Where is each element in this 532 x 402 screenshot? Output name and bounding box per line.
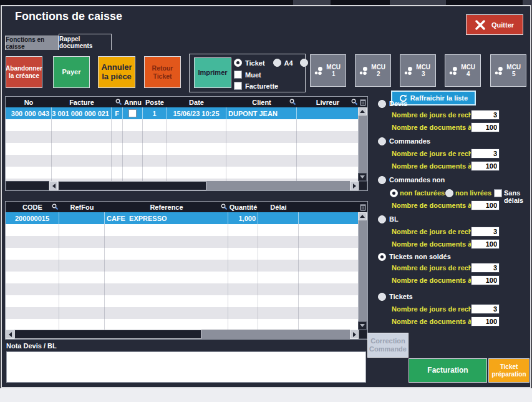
column-header: Date: [189, 99, 204, 106]
scroll-right-button[interactable]: [350, 181, 359, 190]
scroll-right-button[interactable]: [350, 330, 359, 339]
devis-days-input[interactable]: [471, 110, 500, 120]
column-search-icon[interactable]: [351, 99, 358, 105]
nota-label: Nota Devis / BL: [6, 342, 57, 350]
facturation-button[interactable]: Facturation: [409, 358, 487, 383]
table-row-empty[interactable]: [6, 248, 359, 260]
mcu-4-button[interactable]: MCU 4: [445, 54, 481, 87]
lines-vertical-scrollbar[interactable]: [358, 212, 367, 330]
radio-commandes[interactable]: [378, 137, 386, 145]
pay-button[interactable]: Payer: [53, 56, 90, 88]
mcu-5-button[interactable]: MCU 5: [490, 54, 526, 87]
button-label: MCU 5: [505, 64, 522, 77]
table-row-empty[interactable]: [6, 260, 359, 272]
commandes-docs-input[interactable]: [471, 161, 500, 171]
checkbox-sans-delais[interactable]: [494, 189, 502, 197]
clear-list-icon[interactable]: [360, 99, 366, 106]
mcu-2-button[interactable]: MCU 2: [355, 54, 391, 87]
nota-textarea[interactable]: [6, 351, 366, 383]
documents-horizontal-scrollbar[interactable]: [6, 181, 359, 190]
table-row-empty[interactable]: [6, 236, 359, 248]
scrollbar-thumb[interactable]: [58, 181, 206, 190]
button-label: Facturation: [427, 366, 468, 375]
devis-docs-input[interactable]: [471, 122, 500, 132]
return-ticket-button[interactable]: Retour Ticket: [144, 56, 181, 88]
clear-list-icon[interactable]: [360, 203, 366, 211]
bl-days-input[interactable]: [471, 227, 500, 237]
documents-table-header: No Facture Annu Poste Date Client: [6, 97, 367, 107]
radio-non-livrees[interactable]: [445, 189, 453, 197]
column-search-icon[interactable]: [289, 99, 296, 105]
column-search-icon[interactable]: [52, 203, 59, 210]
table-row-empty[interactable]: [6, 224, 359, 236]
documents-vertical-scrollbar[interactable]: [358, 107, 367, 181]
annu-checkbox[interactable]: [128, 109, 137, 117]
documents-table: No Facture Annu Poste Date Client: [5, 96, 368, 191]
mcu-3-button[interactable]: MCU 3: [400, 54, 436, 87]
tab-fonctions-en-caisse[interactable]: Fonctions en caisse: [5, 36, 59, 50]
tab-rappel-documents[interactable]: Rappel documents: [59, 34, 112, 50]
radio-tickets[interactable]: [378, 293, 386, 301]
radio-tickets-non-soldes[interactable]: [378, 253, 386, 261]
button-label: MCU 4: [460, 64, 476, 77]
scroll-down-button[interactable]: [358, 173, 367, 181]
cancel-piece-button[interactable]: Annuler la pièce: [98, 56, 135, 88]
radio-format-a5[interactable]: [300, 59, 308, 67]
bl-docs-input[interactable]: [471, 239, 500, 249]
scrollbar-thumb[interactable]: [14, 330, 201, 339]
column-search-icon[interactable]: [115, 99, 122, 105]
commandes-non-docs-input[interactable]: [471, 200, 500, 210]
radio-format-ticket[interactable]: [234, 59, 242, 67]
correction-commande-button[interactable]: Correction Commande: [367, 333, 409, 358]
table-row-empty[interactable]: [6, 319, 359, 330]
button-label: Raffraichir la liste: [410, 94, 468, 102]
documents-table-body: 300 000 043 003 001 000 000 021 F 1 15/0…: [6, 107, 359, 181]
radio-format-a4[interactable]: [273, 59, 281, 67]
cell-no: 300 000 043: [11, 110, 49, 117]
radio-devis[interactable]: [378, 100, 386, 108]
ticket-preparation-button[interactable]: Ticket préparation: [488, 358, 530, 383]
table-row-empty[interactable]: [6, 131, 359, 143]
table-row-empty[interactable]: [6, 143, 359, 155]
tickets-docs-input[interactable]: [471, 316, 500, 326]
table-row-empty[interactable]: [6, 119, 359, 131]
group-dots-icon: [359, 66, 369, 76]
radio-label: A4: [284, 59, 293, 67]
cell-reference: CAFE EXPRESSO: [107, 215, 167, 222]
table-row-empty[interactable]: [6, 283, 359, 295]
lines-horizontal-scrollbar[interactable]: [6, 330, 359, 339]
cell-flag: F: [115, 110, 119, 117]
table-row-selected[interactable]: 200000015 CAFE EXPRESSO 1,000: [6, 212, 359, 224]
quit-label: Quitter: [491, 21, 514, 29]
checkbox-label: Muet: [245, 71, 261, 79]
tickets-ns-docs-input[interactable]: [471, 275, 500, 285]
table-row-empty[interactable]: [6, 155, 359, 167]
tickets-days-input[interactable]: [471, 304, 500, 314]
radio-commandes-non[interactable]: [378, 176, 386, 184]
scroll-down-button[interactable]: [358, 321, 367, 330]
tab-label: Rappel documents: [59, 36, 111, 49]
commandes-days-input[interactable]: [471, 149, 500, 159]
column-header: Quantité: [230, 203, 258, 211]
scroll-left-button[interactable]: [49, 181, 58, 190]
section-label-commandes-non: Commandes non: [389, 176, 445, 184]
table-row-empty[interactable]: [6, 307, 359, 319]
abandon-credit-button[interactable]: Abandonner la créance: [6, 56, 42, 88]
table-row-empty[interactable]: [6, 167, 359, 179]
scroll-up-button[interactable]: [358, 212, 367, 220]
print-button[interactable]: Imprimer: [194, 57, 231, 88]
scroll-up-button[interactable]: [358, 107, 367, 115]
table-row-empty[interactable]: [6, 272, 359, 283]
column-search-icon[interactable]: [221, 203, 228, 210]
radio-bl[interactable]: [378, 215, 386, 223]
checkbox-muet[interactable]: [234, 71, 242, 79]
mcu-1-button[interactable]: MCU 1: [310, 54, 346, 87]
quit-button[interactable]: Quitter: [466, 14, 523, 35]
checkbox-facturette[interactable]: [234, 82, 242, 90]
tickets-ns-days-input[interactable]: [471, 263, 500, 273]
table-row-selected[interactable]: 300 000 043 003 001 000 000 021 F 1 15/0…: [6, 107, 359, 119]
table-row-empty[interactable]: [6, 295, 359, 307]
page-title: Fonctions de caisse: [15, 10, 122, 23]
scroll-left-button[interactable]: [6, 330, 14, 339]
radio-non-facturees[interactable]: [390, 189, 398, 197]
